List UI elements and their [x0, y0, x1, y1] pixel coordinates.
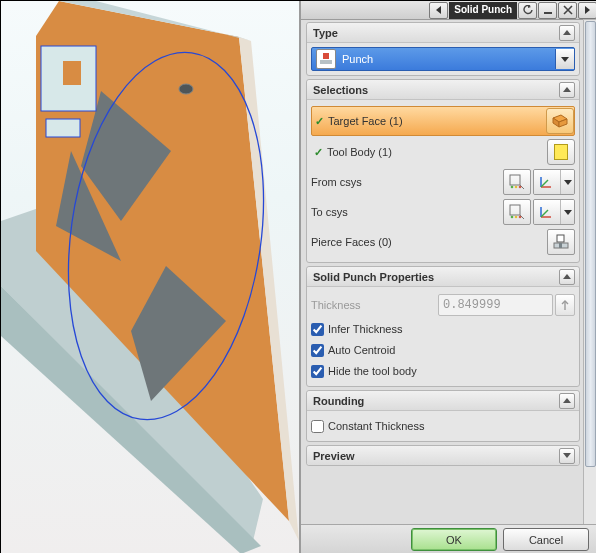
- infer-thickness-checkbox[interactable]: Infer Thickness: [311, 319, 575, 339]
- section-preview: Preview: [306, 445, 580, 466]
- chevron-down-icon: [555, 49, 574, 69]
- constant-thickness-input[interactable]: [311, 420, 324, 433]
- chevron-up-icon: [559, 25, 575, 41]
- constant-thickness-label: Constant Thickness: [328, 420, 424, 432]
- infer-thickness-label: Infer Thickness: [328, 323, 402, 335]
- cancel-button[interactable]: Cancel: [503, 528, 589, 551]
- thickness-field: 0.849999: [438, 294, 553, 316]
- undo-button[interactable]: [518, 2, 537, 19]
- section-properties: Solid Punch Properties Thickness 0.84999…: [306, 266, 580, 387]
- ok-label: OK: [446, 534, 462, 546]
- from-csys-label: From csys: [311, 176, 501, 188]
- chevron-down-icon: [559, 448, 575, 464]
- face-select-icon[interactable]: [546, 108, 574, 134]
- check-icon: ✓: [311, 146, 325, 159]
- section-preview-header[interactable]: Preview: [307, 446, 579, 465]
- section-selections-header[interactable]: Selections: [307, 80, 579, 100]
- to-csys-row: To csys: [311, 198, 575, 226]
- svg-point-20: [511, 186, 514, 189]
- hide-tool-body-label: Hide the tool body: [328, 365, 417, 377]
- panel-footer: OK Cancel: [301, 524, 596, 553]
- section-rounding: Rounding Constant Thickness: [306, 390, 580, 442]
- from-csys-row: From csys: [311, 168, 575, 196]
- svg-rect-23: [510, 205, 520, 215]
- target-face-label: Target Face (1): [326, 115, 544, 127]
- svg-point-26: [519, 216, 522, 219]
- punch-icon: [316, 49, 336, 69]
- chevron-up-icon: [559, 269, 575, 285]
- csys-picker-button[interactable]: [533, 199, 575, 225]
- pierce-faces-label: Pierce Faces (0): [311, 236, 545, 248]
- svg-rect-29: [559, 243, 562, 248]
- solid-punch-panel: Solid Punch Type: [299, 1, 596, 553]
- check-icon: ✓: [312, 115, 326, 128]
- svg-rect-10: [46, 119, 80, 137]
- auto-centroid-checkbox[interactable]: Auto Centroid: [311, 340, 575, 360]
- thickness-row: Thickness 0.849999: [311, 293, 575, 317]
- to-csys-label: To csys: [311, 206, 501, 218]
- chevron-up-icon: [559, 393, 575, 409]
- panel-titlebar: Solid Punch: [301, 1, 596, 20]
- tool-body-row[interactable]: ✓ Tool Body (1): [311, 138, 575, 166]
- close-button[interactable]: [558, 2, 577, 19]
- section-properties-header[interactable]: Solid Punch Properties: [307, 267, 579, 287]
- auto-centroid-input[interactable]: [311, 344, 324, 357]
- svg-rect-15: [320, 60, 332, 64]
- auto-centroid-label: Auto Centroid: [328, 344, 395, 356]
- cancel-label: Cancel: [529, 534, 563, 546]
- nav-next-button[interactable]: [578, 2, 596, 19]
- type-dropdown[interactable]: Punch: [311, 47, 575, 71]
- pierce-faces-row[interactable]: Pierce Faces (0): [311, 228, 575, 256]
- section-label: Preview: [313, 450, 355, 462]
- infer-thickness-input[interactable]: [311, 323, 324, 336]
- svg-rect-14: [323, 53, 329, 59]
- nav-prev-button[interactable]: [429, 2, 448, 19]
- section-rounding-header[interactable]: Rounding: [307, 391, 579, 411]
- svg-point-24: [511, 216, 514, 219]
- section-selections: Selections ✓ Target Face (1) ✓: [306, 79, 580, 263]
- csys-dialog-button[interactable]: [503, 199, 531, 225]
- section-label: Selections: [313, 84, 368, 96]
- svg-rect-27: [557, 235, 564, 242]
- section-label: Rounding: [313, 395, 364, 407]
- section-type-header[interactable]: Type: [307, 23, 579, 43]
- target-face-row[interactable]: ✓ Target Face (1): [311, 106, 575, 136]
- scrollbar-thumb[interactable]: [585, 21, 596, 467]
- panel-title: Solid Punch: [454, 5, 512, 15]
- section-label: Solid Punch Properties: [313, 271, 434, 283]
- panel-title-chip: Solid Punch: [449, 2, 517, 19]
- ok-button[interactable]: OK: [411, 528, 497, 551]
- svg-point-21: [515, 186, 518, 189]
- constant-thickness-checkbox[interactable]: Constant Thickness: [311, 416, 575, 436]
- svg-point-12: [179, 84, 193, 94]
- csys-dialog-button[interactable]: [503, 169, 531, 195]
- chevron-up-icon: [559, 82, 575, 98]
- section-label: Type: [313, 27, 338, 39]
- section-type: Type Punch: [306, 22, 580, 76]
- type-value: Punch: [340, 53, 555, 65]
- svg-point-25: [515, 216, 518, 219]
- pierce-icon[interactable]: [547, 229, 575, 255]
- thickness-stepper: [555, 294, 575, 316]
- hide-tool-body-input[interactable]: [311, 365, 324, 378]
- svg-point-22: [519, 186, 522, 189]
- hide-tool-body-checkbox[interactable]: Hide the tool body: [311, 361, 575, 381]
- tool-body-label: Tool Body (1): [325, 146, 545, 158]
- thickness-label: Thickness: [311, 299, 438, 311]
- csys-picker-button[interactable]: [533, 169, 575, 195]
- model-viewport[interactable]: [1, 1, 299, 553]
- svg-rect-19: [510, 175, 520, 185]
- body-select-icon[interactable]: [547, 139, 575, 165]
- panel-scrollbar[interactable]: [583, 19, 596, 525]
- svg-rect-9: [63, 61, 81, 85]
- svg-rect-13: [544, 12, 552, 14]
- minimize-button[interactable]: [538, 2, 557, 19]
